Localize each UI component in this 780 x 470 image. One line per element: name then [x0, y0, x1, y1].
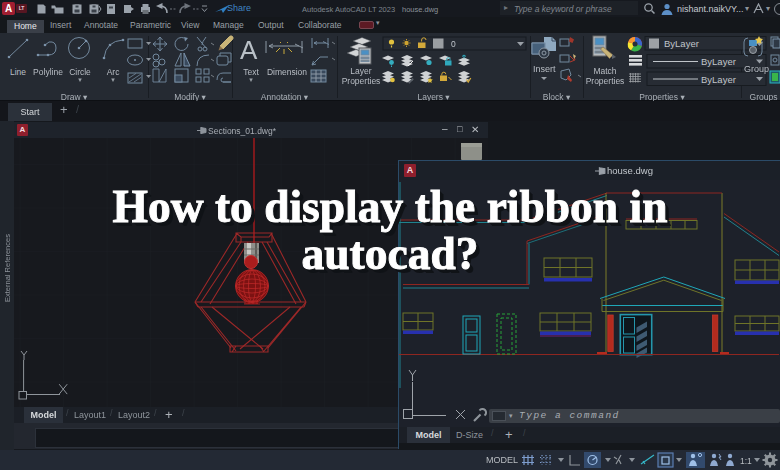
svg-text:ByLayer: ByLayer — [664, 38, 699, 49]
svg-text:Insert: Insert — [533, 64, 556, 74]
svg-text:ByLayer: ByLayer — [701, 74, 736, 85]
svg-text:1:1: 1:1 — [740, 456, 752, 466]
svg-text:Group: Group — [744, 64, 769, 74]
svg-text:A: A — [240, 35, 258, 65]
svg-text:0: 0 — [451, 39, 456, 49]
svg-text:ByLayer: ByLayer — [701, 56, 736, 67]
